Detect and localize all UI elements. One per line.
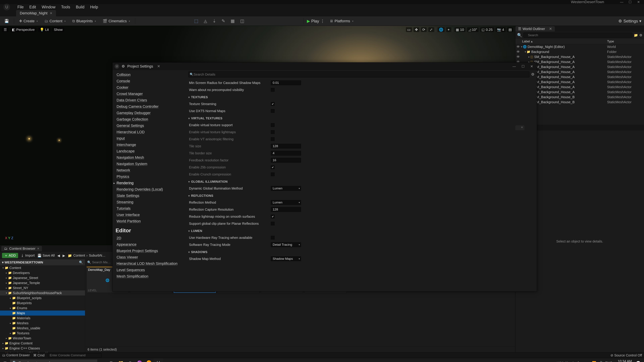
- number-field[interactable]: 4: [271, 151, 301, 156]
- settings-category[interactable]: Input: [112, 135, 186, 142]
- mode-fracture-icon[interactable]: ◫: [239, 18, 245, 24]
- settings-category[interactable]: Cooker: [112, 84, 186, 91]
- checkbox[interactable]: [271, 222, 274, 225]
- notifications-icon[interactable]: 💬: [634, 361, 642, 362]
- camera-speed[interactable]: 📷4: [496, 27, 506, 32]
- tray-chevron-icon[interactable]: ˄: [578, 361, 579, 362]
- details-tab[interactable]: ✕: [515, 125, 524, 130]
- settings-button[interactable]: ⚙Settings▾: [618, 19, 641, 23]
- viewport-layout-icon[interactable]: ▤: [507, 27, 513, 32]
- settings-category[interactable]: General Settings: [112, 122, 186, 129]
- play-button[interactable]: ▶Play⋮: [307, 19, 324, 23]
- transform-scale-icon[interactable]: ⤢: [428, 27, 434, 32]
- tree-node[interactable]: ▾📁Content: [0, 265, 85, 270]
- cmd-button[interactable]: ⌘ Cmd: [33, 353, 44, 357]
- settings-search-input[interactable]: [188, 71, 530, 77]
- explorer-icon[interactable]: 📁: [116, 358, 126, 362]
- settings-category[interactable]: Appearance: [112, 241, 186, 248]
- tree-node[interactable]: 📁Meshes_usable: [0, 326, 85, 331]
- settings-category[interactable]: 2D: [112, 235, 186, 241]
- platforms-button[interactable]: 🖥Platforms▾: [328, 18, 355, 24]
- create-button[interactable]: ✚Create▾: [18, 18, 40, 24]
- tree-node[interactable]: 📁Maps: [0, 311, 85, 316]
- menu-window[interactable]: Window: [42, 5, 56, 9]
- gear-icon[interactable]: ⚙: [639, 33, 642, 37]
- outliner-header[interactable]: Label▴ Type: [515, 38, 644, 44]
- dropdown[interactable]: Shadow Maps▾: [271, 256, 301, 261]
- tree-node[interactable]: ▸📁Textures: [0, 331, 85, 336]
- settings-category[interactable]: World Partition: [112, 218, 186, 224]
- maximize-button[interactable]: ☐: [626, 0, 634, 4]
- menu-help[interactable]: Help: [90, 5, 98, 9]
- outliner-search-input[interactable]: [524, 33, 632, 38]
- checkbox[interactable]: [271, 123, 274, 127]
- settings-section-header[interactable]: ▾REFLECTIONS: [188, 193, 534, 199]
- taskbar-search[interactable]: 🔍Type here to search: [10, 360, 97, 362]
- tree-node[interactable]: ▸📁Enums: [0, 306, 85, 311]
- surface-snap-icon[interactable]: ⌖: [446, 27, 451, 32]
- project-settings-titlebar[interactable]: U ⚙ Project Settings ✕ — ☐ ✕: [112, 62, 537, 70]
- checkbox[interactable]: [271, 172, 274, 176]
- settings-category[interactable]: Console: [112, 78, 186, 84]
- settings-category-list[interactable]: CollisionConsoleCookerCrowd ManagerData …: [112, 70, 186, 292]
- tree-node[interactable]: ▸📁Engine C++ Classes: [0, 346, 85, 351]
- console-command-input[interactable]: [48, 353, 102, 358]
- checkbox[interactable]: [271, 88, 274, 92]
- transform-rotate-icon[interactable]: ⟳: [421, 27, 427, 32]
- settings-category[interactable]: Crowd Manager: [112, 91, 186, 97]
- level-tab[interactable]: DemoMap_Night ✕: [16, 10, 56, 16]
- settings-category[interactable]: Physics: [112, 173, 186, 180]
- tree-node[interactable]: ▸📁Blueprint_scripts: [0, 296, 85, 301]
- task-view-icon[interactable]: ⧉: [107, 358, 116, 362]
- settings-category[interactable]: Blueprint Project Settings: [112, 248, 186, 254]
- tree-node[interactable]: ▸📁Engine Content: [0, 341, 85, 346]
- history-back-icon[interactable]: ◀: [57, 254, 60, 258]
- checkbox[interactable]: [271, 109, 274, 113]
- tree-node[interactable]: ▸📁Meshes: [0, 321, 85, 326]
- project-header[interactable]: ▾ WESTERNDESERTTOWN 🔍: [0, 259, 85, 265]
- mode-brush-icon[interactable]: ✎: [220, 18, 226, 24]
- system-tray[interactable]: ☁ 19°C Cloudy ˄ ☁ ◆ 📶 🔊 ENG 10:34 AM2021…: [552, 359, 644, 362]
- checkbox[interactable]: [271, 215, 274, 218]
- menu-edit[interactable]: Edit: [29, 5, 36, 9]
- number-field[interactable]: 128: [271, 207, 301, 212]
- number-field[interactable]: 0.01: [271, 80, 301, 85]
- settings-category[interactable]: Slate Settings: [112, 193, 186, 199]
- checkbox[interactable]: [271, 130, 274, 134]
- tree-node[interactable]: ▸📁Japanese_Street: [0, 275, 85, 280]
- nvidia-icon[interactable]: ◆: [587, 361, 590, 362]
- window-maximize-icon[interactable]: ☐: [520, 64, 526, 68]
- viewport[interactable]: ☰ ◧Perspective 💡Lit Show ▭ ✥ ⟳ ⤢ 🌐 ⌖ ▦10…: [0, 26, 515, 245]
- close-button[interactable]: ✕: [634, 0, 643, 4]
- content-tree[interactable]: ▾ WESTERNDESERTTOWN 🔍 ▾📁Content▸📁Develop…: [0, 259, 85, 352]
- mode-select-icon[interactable]: ⬚: [193, 18, 200, 24]
- volume-icon[interactable]: 🔊: [598, 361, 603, 362]
- checkbox[interactable]: [271, 165, 274, 169]
- cortana-icon[interactable]: ○: [97, 358, 107, 362]
- settings-category[interactable]: Hierarchical LOD Mesh Simplification: [112, 260, 186, 267]
- tree-node[interactable]: ▸📁WesterTown: [0, 336, 85, 341]
- settings-category[interactable]: Streaming: [112, 199, 186, 205]
- checkbox[interactable]: [271, 102, 274, 106]
- transform-move-icon[interactable]: ✥: [414, 27, 419, 32]
- settings-section-header[interactable]: ▾TEXTURES: [188, 94, 534, 100]
- blueprints-button[interactable]: ⧉Blueprints▾: [70, 18, 98, 24]
- taskbar-clock[interactable]: 10:34 AM2021-08-01: [615, 359, 632, 362]
- import-button[interactable]: ⭳Import: [21, 254, 35, 257]
- tree-node[interactable]: ▸📁Japanese_Temple: [0, 280, 85, 285]
- viewport-show[interactable]: Show: [52, 27, 64, 32]
- wifi-icon[interactable]: 📶: [592, 361, 596, 362]
- settings-category[interactable]: Navigation Mesh: [112, 154, 186, 161]
- content-browser-tab[interactable]: 🗂 Content Browser ✕: [1, 246, 42, 251]
- settings-category[interactable]: Tutorials: [112, 205, 186, 212]
- settings-category[interactable]: Level Sequences: [112, 267, 186, 273]
- settings-category[interactable]: Collision: [112, 71, 186, 78]
- history-fwd-icon[interactable]: ▶: [62, 254, 65, 258]
- settings-category[interactable]: Network: [112, 167, 186, 173]
- menu-build[interactable]: Build: [76, 5, 84, 9]
- settings-category[interactable]: Mesh Simplification: [112, 273, 186, 280]
- settings-section-header[interactable]: ▾VIRTUAL TEXTURES: [188, 115, 534, 121]
- mode-foliage-icon[interactable]: ⇣: [212, 18, 217, 24]
- search-icon[interactable]: 🔍: [79, 260, 83, 264]
- close-icon[interactable]: ✕: [50, 11, 52, 15]
